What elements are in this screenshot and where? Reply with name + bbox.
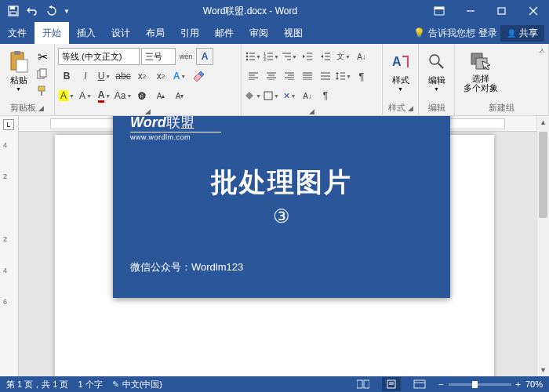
enclose-characters-icon[interactable]: 🅐 xyxy=(133,87,151,104)
character-border-icon[interactable]: A xyxy=(196,48,213,65)
svg-rect-60 xyxy=(264,92,272,100)
lightbulb-icon: 💡 xyxy=(413,27,425,38)
decrease-indent-icon[interactable] xyxy=(299,48,316,65)
line-spacing-icon[interactable]: ▼ xyxy=(335,67,352,85)
show-marks-icon[interactable]: ¶ xyxy=(353,67,370,85)
asian-layout-icon[interactable]: ✕▼ xyxy=(281,87,298,104)
document-title: Word联盟.docx - Word xyxy=(77,5,424,18)
styles-button[interactable]: A 样式▼ xyxy=(386,45,415,97)
tab-design[interactable]: 设计 xyxy=(104,22,138,44)
font-color-icon[interactable]: A▼ xyxy=(96,87,113,104)
tab-view[interactable]: 视图 xyxy=(276,22,311,44)
word-count[interactable]: 1 个字 xyxy=(78,379,102,390)
redo-icon[interactable] xyxy=(42,2,60,20)
superscript-icon[interactable]: x2 xyxy=(152,67,169,85)
qat-customize-icon[interactable]: ▼ xyxy=(61,2,72,20)
language-status[interactable]: ✎中文(中国) xyxy=(112,379,162,390)
highlight-icon[interactable]: A▼ xyxy=(58,87,75,104)
styles-icon: A xyxy=(390,51,412,73)
font-size-combo[interactable]: 三号 xyxy=(141,48,176,65)
zoom-level[interactable]: 70% xyxy=(525,379,543,389)
increase-font-icon[interactable]: A▴ xyxy=(152,87,169,104)
bullets-icon[interactable]: ▼ xyxy=(245,48,262,65)
sort-icon[interactable]: A↓ xyxy=(353,48,370,65)
save-icon[interactable] xyxy=(5,2,22,20)
find-icon xyxy=(426,51,448,73)
tab-selector-icon[interactable]: L xyxy=(3,119,14,130)
shading-icon[interactable]: ▼ xyxy=(245,87,262,104)
share-button[interactable]: 👤 共享 xyxy=(500,25,544,42)
numbering-icon[interactable]: 123▼ xyxy=(263,48,280,65)
phonetic-guide-icon[interactable]: wén xyxy=(177,48,195,65)
tab-home[interactable]: 开始 xyxy=(35,22,69,44)
borders-icon[interactable]: ▼ xyxy=(263,87,280,104)
select-multiple-objects-button[interactable]: 选择 多个对象 xyxy=(458,45,504,97)
scroll-down-icon[interactable]: ▼ xyxy=(537,364,549,376)
cut-icon[interactable]: ✂ xyxy=(34,49,51,64)
image-number: ③ xyxy=(130,205,433,227)
format-painter-icon[interactable] xyxy=(34,83,51,99)
vertical-scrollbar[interactable]: ▲ ▼ xyxy=(536,116,549,376)
maximize-icon[interactable] xyxy=(486,0,518,22)
align-right-icon[interactable] xyxy=(281,67,298,85)
align-center-icon[interactable] xyxy=(263,67,280,85)
page-count[interactable]: 第 1 页，共 1 页 xyxy=(6,379,68,390)
close-icon[interactable] xyxy=(518,0,549,22)
scrollbar-thumb[interactable] xyxy=(539,132,547,218)
undo-icon[interactable] xyxy=(24,2,41,20)
paragraph-launcher-icon[interactable]: ◢ xyxy=(309,107,314,115)
clear-formatting-icon[interactable] xyxy=(190,67,207,85)
multilevel-list-icon[interactable]: ▼ xyxy=(281,48,298,65)
read-mode-icon[interactable] xyxy=(354,377,373,391)
align-left-icon[interactable] xyxy=(245,67,262,85)
tab-file[interactable]: 文件 xyxy=(0,22,35,44)
inserted-image[interactable]: Word联盟 www.wordlm.com 批处理图片 ③ 微信公众号：Word… xyxy=(113,116,450,298)
tab-layout[interactable]: 布局 xyxy=(138,22,173,44)
tab-references[interactable]: 引用 xyxy=(173,22,207,44)
decrease-font-icon[interactable]: A▾ xyxy=(171,87,188,104)
font-launcher-icon[interactable]: ◢ xyxy=(145,107,151,115)
tab-mailings[interactable]: 邮件 xyxy=(207,22,242,44)
paste-button[interactable]: 粘贴 ▼ xyxy=(3,45,34,97)
sort-paragraphs-icon[interactable]: A↓ xyxy=(299,87,316,104)
vertical-ruler[interactable]: L 4 2 2 4 6 xyxy=(0,116,19,376)
zoom-slider[interactable] xyxy=(449,383,511,386)
styles-launcher-icon[interactable]: ◢ xyxy=(408,104,413,112)
increase-indent-icon[interactable] xyxy=(317,48,334,65)
document-area[interactable]: Word联盟 www.wordlm.com 批处理图片 ③ 微信公众号：Word… xyxy=(19,116,536,376)
text-direction-icon[interactable]: 文▼ xyxy=(335,48,352,65)
grow-font-icon[interactable]: A▼ xyxy=(77,87,94,104)
paragraph-marks-icon[interactable]: ¶ xyxy=(317,87,334,104)
distributed-icon[interactable] xyxy=(317,67,334,85)
change-case-icon[interactable]: Aa▼ xyxy=(115,87,132,104)
quick-access-toolbar: ▼ xyxy=(0,2,77,20)
zoom-in-icon[interactable]: + xyxy=(516,379,521,389)
status-bar: 第 1 页，共 1 页 1 个字 ✎中文(中国) − + 70% xyxy=(0,376,549,392)
tab-insert[interactable]: 插入 xyxy=(69,22,104,44)
svg-text:A: A xyxy=(392,55,402,68)
print-layout-icon[interactable] xyxy=(382,377,401,391)
paste-icon xyxy=(8,51,30,73)
strikethrough-icon[interactable]: abc xyxy=(115,67,132,85)
web-layout-icon[interactable] xyxy=(410,377,429,391)
copy-icon[interactable] xyxy=(34,66,51,82)
ribbon-display-icon[interactable] xyxy=(424,0,455,22)
window-controls xyxy=(424,0,549,22)
collapse-ribbon-icon[interactable]: ㅅ xyxy=(538,45,546,56)
clipboard-launcher-icon[interactable]: ◢ xyxy=(38,104,44,112)
underline-icon[interactable]: U▼ xyxy=(96,67,113,85)
font-name-combo[interactable]: 等线 (中文正文) xyxy=(58,48,140,65)
zoom-out-icon[interactable]: − xyxy=(438,379,443,389)
tab-review[interactable]: 审阅 xyxy=(242,22,276,44)
justify-icon[interactable] xyxy=(299,67,316,85)
tell-me-search[interactable]: 💡 告诉我您想 xyxy=(413,27,475,40)
subscript-icon[interactable]: x2 xyxy=(133,67,151,85)
editing-button[interactable]: 编辑▼ xyxy=(422,45,451,97)
scroll-up-icon[interactable]: ▲ xyxy=(537,116,549,129)
svg-text:3: 3 xyxy=(264,57,266,61)
minimize-icon[interactable] xyxy=(455,0,486,22)
login-link[interactable]: 登录 xyxy=(478,27,497,40)
bold-icon[interactable]: B xyxy=(58,67,75,85)
text-effects-icon[interactable]: A▼ xyxy=(171,67,188,85)
italic-icon[interactable]: I xyxy=(77,67,94,85)
